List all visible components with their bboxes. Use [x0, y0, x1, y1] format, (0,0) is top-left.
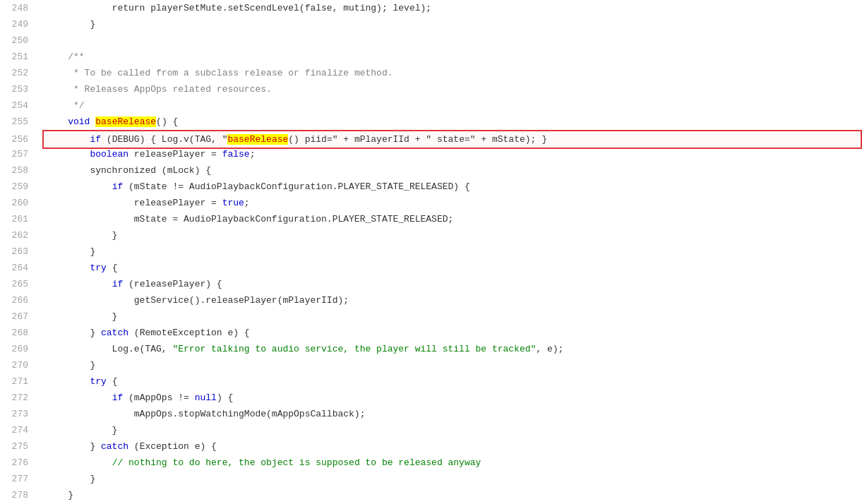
code-token: (RemoteException e) { [128, 328, 250, 338]
code-token: () piid=" + mPlayerIId + " state=" + mSt… [288, 134, 547, 145]
code-token: true [222, 198, 244, 208]
code-token: mState = AudioPlaybackConfiguration.PLAY… [46, 214, 453, 224]
line-number: 262 [0, 227, 42, 244]
line-number: 248 [0, 0, 42, 16]
code-token: // nothing to do here, the object is sup… [112, 457, 481, 468]
code-token: (mState != AudioPlaybackConfiguration.PL… [123, 181, 469, 192]
code-viewer: 248 return playerSetMute.setScendLevel(f… [0, 0, 862, 504]
code-token: } [46, 311, 117, 322]
line-content: } [42, 308, 862, 325]
code-token: getService().releasePlayer(mPlayerIId); [46, 295, 349, 306]
highlighted-token: baseRelease [227, 134, 288, 145]
line-content: } [42, 244, 862, 260]
code-line: 249 } [0, 16, 862, 32]
line-number: 250 [0, 32, 42, 49]
line-number: 260 [0, 195, 42, 211]
code-line: 263 } [0, 244, 862, 260]
line-number: 255 [0, 114, 42, 130]
code-line: 257 boolean releasePlayer = false; [0, 146, 862, 162]
code-token: ) { [217, 392, 233, 403]
line-number: 266 [0, 292, 42, 308]
code-token: } [46, 490, 73, 500]
line-content: } [42, 422, 862, 438]
line-number: 278 [0, 487, 42, 503]
code-line: 251 /** [0, 49, 862, 65]
code-token [46, 116, 68, 127]
code-token: } [46, 230, 117, 241]
code-line: 276 // nothing to do here, the object is… [0, 455, 862, 471]
code-token [46, 134, 90, 145]
line-content: /** [42, 49, 862, 65]
code-line: 265 if (releasePlayer) { [0, 276, 862, 292]
line-content: } catch (RemoteException e) { [42, 325, 862, 341]
line-number: 268 [0, 325, 42, 341]
code-line: 261 mState = AudioPlaybackConfiguration.… [0, 211, 862, 227]
code-token: synchronized (mLock) { [46, 165, 211, 176]
line-number: 265 [0, 276, 42, 292]
line-number: 270 [0, 357, 42, 373]
code-line: 272 if (mAppOps != null) { [0, 390, 862, 406]
code-line: 256 if (DEBUG) { Log.v(TAG, "baseRelease… [0, 130, 862, 146]
line-content: releasePlayer = true; [42, 195, 862, 211]
code-token: ; [250, 149, 256, 160]
code-line: 260 releasePlayer = true; [0, 195, 862, 211]
code-line: 262 } [0, 227, 862, 244]
code-line: 248 return playerSetMute.setScendLevel(f… [0, 0, 862, 16]
line-content: mAppOps.stopWatchingMode(mAppOpsCallback… [42, 406, 862, 422]
line-number: 273 [0, 406, 42, 422]
code-line: 268 } catch (RemoteException e) { [0, 325, 862, 341]
line-content: } [42, 357, 862, 373]
code-line: 255 void baseRelease() { [0, 114, 862, 130]
line-number: 256 [0, 131, 42, 148]
line-number: 263 [0, 244, 42, 260]
code-token: mAppOps.stopWatchingMode(mAppOpsCallback… [46, 409, 365, 419]
code-token [46, 279, 112, 289]
line-content: try { [42, 373, 862, 390]
code-token: * Releases AppOps related resources. [46, 84, 272, 95]
line-number: 276 [0, 455, 42, 471]
code-token [46, 263, 90, 273]
code-line: 278 } [0, 487, 862, 503]
line-number: 275 [0, 438, 42, 455]
code-token: if [112, 181, 124, 192]
line-number: 267 [0, 308, 42, 325]
code-line: 274 } [0, 422, 862, 438]
line-content: try { [42, 260, 862, 276]
line-content: if (mAppOps != null) { [42, 390, 862, 406]
code-token: from [156, 68, 178, 78]
code-line: 259 if (mState != AudioPlaybackConfigura… [0, 179, 862, 195]
code-token: boolean [90, 149, 128, 160]
line-number: 269 [0, 341, 42, 357]
code-line: 250 [0, 32, 862, 49]
line-number: 277 [0, 471, 42, 487]
line-number: 249 [0, 16, 42, 32]
line-content: boolean releasePlayer = false; [42, 146, 862, 162]
line-content: } [42, 16, 862, 32]
code-token: { [107, 376, 118, 387]
code-token: , e); [536, 344, 563, 354]
code-line: 258 synchronized (mLock) { [0, 162, 862, 179]
code-line: 264 try { [0, 260, 862, 276]
code-line: 275 } catch (Exception e) { [0, 438, 862, 455]
code-token: release [244, 68, 283, 78]
code-token: } [46, 474, 95, 484]
code-token: try [90, 376, 106, 387]
code-token [46, 181, 112, 192]
code-token [46, 392, 112, 403]
line-content: synchronized (mLock) { [42, 162, 862, 179]
code-line: 267 } [0, 308, 862, 325]
line-number: 257 [0, 146, 42, 162]
code-token: return playerSetMute.setScendLevel(false… [46, 3, 431, 13]
code-token: */ [46, 100, 85, 111]
highlighted-token: baseRelease [95, 116, 156, 127]
code-token: if [112, 279, 124, 289]
line-content: getService().releasePlayer(mPlayerIId); [42, 292, 862, 308]
code-token [46, 376, 90, 387]
code-token: null [195, 392, 217, 403]
line-content: } [42, 471, 862, 487]
code-token: } [46, 328, 101, 338]
code-line: 270 } [0, 357, 862, 373]
line-content: if (releasePlayer) { [42, 276, 862, 292]
line-number: 252 [0, 65, 42, 81]
line-number: 254 [0, 97, 42, 114]
